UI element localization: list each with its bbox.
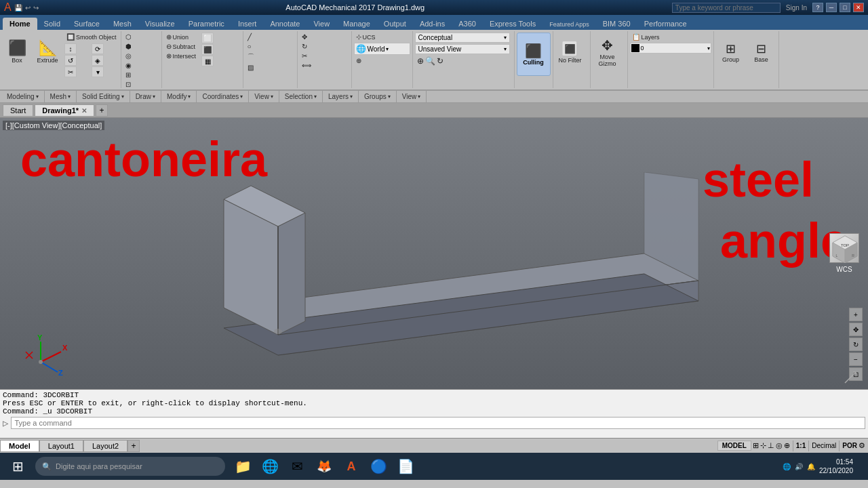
layer-dropdown[interactable]: 0 ▾	[630, 43, 711, 54]
mirror-btn[interactable]: ⟺	[300, 61, 313, 70]
section-label-groups[interactable]: Groups▾	[359, 91, 397, 102]
command-input[interactable]	[11, 417, 865, 429]
extrude-button[interactable]: 📐 Extrude	[33, 33, 62, 72]
tab-home[interactable]: Home	[3, 18, 37, 30]
tab-annotate[interactable]: Annotate	[263, 18, 307, 30]
intersect-btn[interactable]: ⊗Intersect	[164, 52, 199, 60]
model-space-btn[interactable]: MODEL	[717, 441, 751, 451]
tab-express-tools[interactable]: Express Tools	[483, 18, 542, 30]
tab-start[interactable]: Start	[3, 104, 33, 116]
nav-zoom-out-btn[interactable]: −	[849, 352, 863, 366]
grid-icon[interactable]: ⊞	[753, 441, 759, 450]
revolve-btn[interactable]: ↺	[64, 55, 77, 66]
network-icon[interactable]: 🌐	[783, 463, 791, 470]
smooth-object-button[interactable]: 🔲 Smooth Object	[64, 33, 119, 41]
mesh-btn2[interactable]: ⬢	[123, 42, 134, 51]
base-button[interactable]: ⊟ Base	[747, 33, 776, 72]
section-btn[interactable]: ✂	[64, 66, 77, 77]
culling-button[interactable]: ⬛ Culling	[517, 33, 551, 76]
layout-tab-layout2[interactable]: Layout2	[83, 440, 127, 452]
rotate-btn[interactable]: ↻	[300, 42, 313, 51]
section-label-draw[interactable]: Draw▾	[130, 91, 161, 102]
hatch-btn[interactable]: ▨	[245, 63, 256, 72]
ucs-icon-btn[interactable]: ⊕	[354, 56, 410, 65]
tab-parametric[interactable]: Parametric	[182, 18, 231, 30]
maximize-icon[interactable]: □	[840, 3, 850, 12]
section-label-coordinates[interactable]: Coordinates▾	[197, 91, 249, 102]
tab-drawing1-close-icon[interactable]: ✕	[81, 107, 87, 115]
minimize-icon[interactable]: ─	[826, 3, 837, 12]
subtract-btn[interactable]: ⊖Subtract	[164, 42, 199, 51]
section-label-view-main[interactable]: View▾	[249, 91, 279, 102]
ortho-icon[interactable]: ⊥	[768, 441, 774, 450]
no-filter-button[interactable]: 🔳 No Filter	[555, 33, 585, 72]
tab-bim360[interactable]: BIM 360	[596, 18, 637, 30]
layout-tab-model[interactable]: Model	[0, 440, 39, 452]
solid-edit-btn1[interactable]: ⬜	[201, 33, 214, 43]
mesh-btn1[interactable]: ⬡	[123, 33, 134, 41]
ucs-btn[interactable]: ⊹UCS	[354, 33, 410, 41]
section-label-selection[interactable]: Selection▾	[279, 91, 323, 102]
mesh-btn5[interactable]: ⊞	[123, 70, 134, 79]
line-btn[interactable]: ╱	[245, 33, 256, 41]
box-button[interactable]: ⬛ Box	[2, 33, 32, 72]
section-label-solid-editing[interactable]: Solid Editing▾	[77, 91, 130, 102]
move-gizmo-button[interactable]: ✥ Move Gizmo	[593, 33, 623, 72]
nav-zoom-btn[interactable]: +	[849, 308, 863, 321]
taskbar-app-file-explorer[interactable]: 📁	[231, 454, 255, 479]
loft-btn[interactable]: ◈	[92, 55, 104, 66]
new-tab-button[interactable]: +	[96, 104, 108, 117]
tab-drawing1[interactable]: Drawing1* ✕	[35, 104, 94, 116]
taskbar-app-browser1[interactable]: 🌐	[258, 454, 282, 479]
nav-orbit-btn[interactable]: ↻	[849, 338, 863, 351]
start-button[interactable]: ⊞	[3, 453, 33, 480]
group-button[interactable]: ⊞ Group	[716, 33, 746, 72]
sweep-btn[interactable]: ⟳	[92, 43, 104, 54]
visual-style-dropdown[interactable]: Conceptual ▾	[415, 33, 510, 43]
tab-insert[interactable]: Insert	[231, 18, 264, 30]
help-icon[interactable]: ?	[812, 3, 823, 12]
snap-icon[interactable]: ⊹	[760, 441, 766, 450]
layer-properties-btn[interactable]: 📋Layers	[630, 33, 711, 41]
quick-access-undo[interactable]: ↩	[25, 4, 31, 12]
trim-btn[interactable]: ✂	[300, 52, 313, 60]
tab-solid[interactable]: Solid	[37, 18, 67, 30]
layout-tab-layout1[interactable]: Layout1	[39, 440, 83, 452]
saved-view-dropdown[interactable]: Unsaved View ▾	[415, 44, 510, 54]
system-clock[interactable]: 01:54 22/10/2020	[819, 458, 853, 475]
circle-btn[interactable]: ○	[245, 42, 256, 51]
sign-in-button[interactable]: Sign In	[786, 4, 807, 12]
close-icon[interactable]: ✕	[853, 3, 864, 12]
solid-edit-btn2[interactable]: ⬛	[201, 44, 214, 55]
move-btn[interactable]: ✥	[300, 33, 313, 41]
osnap-icon[interactable]: ⊕	[784, 441, 790, 450]
quick-access-save[interactable]: 💾	[14, 4, 22, 12]
taskbar-app-mail[interactable]: ✉	[285, 454, 309, 479]
section-label-modeling[interactable]: Modeling▾	[1, 91, 45, 102]
tab-manage[interactable]: Manage	[336, 18, 377, 30]
section-label-mesh[interactable]: Mesh▾	[45, 91, 77, 102]
tab-output[interactable]: Output	[377, 18, 413, 30]
more-btn[interactable]: ▾	[92, 66, 104, 77]
view-controls-row[interactable]: ⊕ 🔍 ↻	[415, 56, 512, 66]
world-dropdown[interactable]: 🌐 World ▾	[354, 43, 410, 55]
tab-featured-apps[interactable]: Featured Apps	[542, 19, 596, 30]
section-label-modify[interactable]: Modify▾	[161, 91, 197, 102]
notifications-icon[interactable]: 🔔	[807, 463, 815, 470]
quick-access-redo[interactable]: ↪	[33, 4, 39, 12]
section-label-view-right[interactable]: View▾	[397, 91, 427, 102]
tab-addins[interactable]: Add-ins	[413, 18, 452, 30]
taskbar-app-pdf[interactable]: 📄	[393, 454, 418, 479]
mesh-btn6[interactable]: ⊡	[123, 80, 134, 89]
mesh-btn4[interactable]: ◉	[123, 61, 134, 70]
taskbar-app-firefox[interactable]: 🦊	[312, 454, 336, 479]
taskbar-app-extra1[interactable]: 🔵	[366, 454, 391, 479]
polar-icon[interactable]: ◎	[776, 441, 783, 450]
tab-performance[interactable]: Performance	[637, 18, 694, 30]
presspull-btn[interactable]: ↕	[64, 43, 77, 54]
tab-view[interactable]: View	[307, 18, 336, 30]
solid-edit-btn3[interactable]: ▦	[201, 56, 214, 66]
tab-a360[interactable]: A360	[452, 18, 483, 30]
taskbar-search-box[interactable]: 🔍 Digite aqui para pesquisar	[35, 457, 225, 476]
tab-visualize[interactable]: Visualize	[138, 18, 182, 30]
